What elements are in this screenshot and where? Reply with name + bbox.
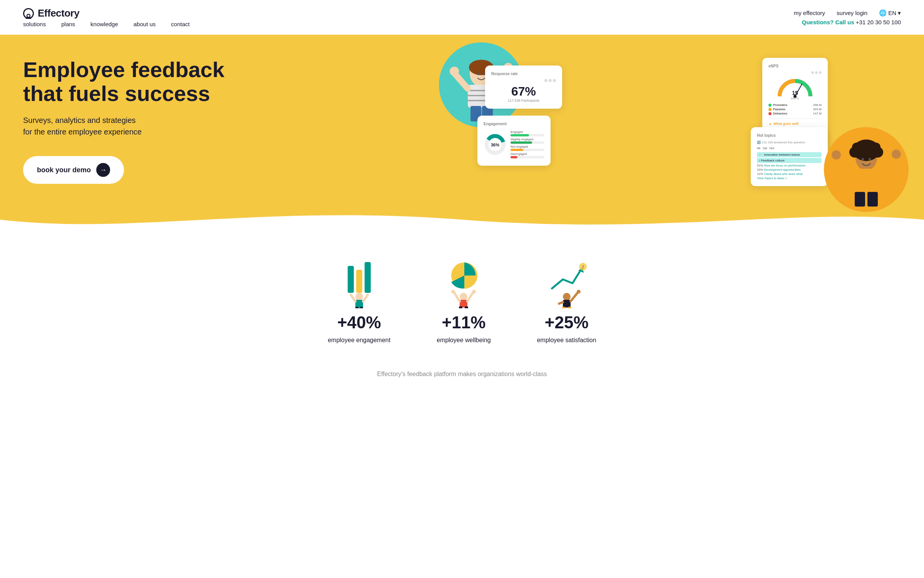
svg-line-31	[837, 157, 852, 174]
chevron-down-icon: ▾	[898, 10, 901, 17]
lang-label: EN	[888, 10, 896, 16]
svg-rect-30	[852, 169, 881, 194]
svg-point-65	[577, 290, 581, 294]
hot-topics-title: Hot topics	[757, 133, 822, 138]
enps-dot-3	[819, 71, 822, 74]
questions-call: Questions? Call us +31 20 30 50 100	[802, 19, 901, 25]
enps-gauge: 15 eNPS	[768, 77, 822, 100]
enps-dot-1	[811, 71, 814, 74]
card-dot-3	[553, 79, 556, 82]
response-rate-title: Response rate	[491, 72, 556, 76]
svg-point-55	[451, 290, 455, 294]
enps-title: eNPS	[768, 64, 822, 68]
svg-point-42	[355, 293, 363, 301]
hero-section: Employee feedback that fuels success Sur…	[0, 35, 924, 235]
topic-pct-3: 12% Clarity about who does what	[757, 172, 822, 176]
stat-number-engagement: +40%	[337, 313, 381, 332]
svg-text:15: 15	[792, 90, 798, 96]
main-nav: solutions plans knowledge about us conta…	[23, 21, 190, 27]
svg-point-0	[27, 14, 30, 17]
nav-contact[interactable]: contact	[171, 21, 189, 27]
svg-line-66	[559, 302, 563, 304]
svg-text:36%: 36%	[491, 143, 499, 147]
topic-item-1: ↔ Innovation between teams	[757, 152, 822, 157]
stat-illustration-wellbeing	[440, 258, 487, 308]
stat-number-wellbeing: +11%	[442, 313, 486, 332]
hero-title: Employee feedback that fuels success	[23, 58, 254, 105]
language-selector[interactable]: 🌐 EN ▾	[879, 9, 901, 17]
passives-dot	[768, 108, 772, 111]
stat-illustration-engagement	[336, 258, 382, 308]
hero-subtitle: Surveys, analytics and strategiesfor the…	[23, 114, 254, 138]
my-effectory-link[interactable]: my effectory	[794, 10, 825, 16]
svg-rect-38	[867, 192, 878, 207]
svg-point-35	[862, 158, 864, 160]
satisfaction-illustration: ↑	[544, 258, 590, 308]
nav-plans[interactable]: plans	[61, 21, 75, 27]
card-dot-2	[549, 79, 552, 82]
survey-login-link[interactable]: survey login	[837, 10, 867, 16]
detractors-value: 147 M	[813, 112, 822, 115]
stat-item-engagement: +40% employee engagement	[328, 258, 390, 344]
detractors-dot	[768, 112, 772, 115]
hero-content: Employee feedback that fuels success Sur…	[23, 58, 254, 184]
svg-line-46	[351, 295, 355, 301]
nav-about-us[interactable]: about us	[134, 21, 156, 27]
questions-label[interactable]: Questions? Call us	[802, 19, 854, 25]
svg-point-49	[460, 293, 467, 301]
site-header: Effectory solutions plans knowledge abou…	[0, 0, 924, 35]
topics-filter: AllSalNot	[757, 146, 822, 150]
person-illustration-2	[828, 131, 905, 208]
svg-rect-62	[562, 307, 566, 308]
promoters-value: 298 M	[813, 103, 822, 107]
bar-row-slightly: Slightly engaged	[511, 138, 544, 144]
logo-icon	[23, 8, 34, 19]
wellbeing-illustration	[440, 258, 487, 308]
svg-rect-37	[855, 192, 865, 207]
svg-point-29	[861, 140, 872, 151]
bar-row-engaged: Engaged	[511, 130, 544, 136]
stat-illustration-satisfaction: ↑	[544, 258, 590, 308]
topic-pct-2: 33% Development opportunities	[757, 168, 822, 171]
passives-label: Passives	[773, 108, 785, 111]
header-right: my effectory survey login 🌐 EN ▾ Questio…	[794, 9, 901, 25]
footer-tagline: Effectory's feedback platform makes orga…	[0, 359, 924, 389]
engagement-illustration	[336, 258, 382, 308]
hot-topics-card: Hot topics 🔢 131.156 answered this quest…	[751, 127, 828, 186]
svg-rect-52	[465, 306, 468, 308]
logo[interactable]: Effectory	[23, 7, 190, 19]
svg-rect-51	[459, 306, 462, 308]
card-dot-1	[544, 79, 547, 82]
svg-line-32	[881, 156, 895, 174]
svg-rect-41	[365, 262, 371, 293]
person-circle-2	[824, 127, 909, 212]
svg-rect-44	[355, 307, 358, 308]
svg-line-8	[454, 73, 468, 89]
svg-rect-61	[563, 300, 571, 307]
stats-section: +40% employee engagement	[0, 235, 924, 359]
svg-text:↑: ↑	[582, 264, 584, 270]
nav-knowledge[interactable]: knowledge	[90, 21, 118, 27]
topics-link[interactable]: View Topics & Ideas >	[757, 176, 822, 180]
svg-point-56	[472, 290, 476, 294]
stat-label-engagement: employee engagement	[328, 337, 390, 344]
svg-rect-1	[27, 17, 30, 18]
svg-point-28	[871, 143, 880, 152]
svg-line-47	[363, 295, 368, 301]
engagement-bars: Engaged Slightly engaged Not engaged Dis…	[511, 129, 544, 160]
nav-solutions[interactable]: solutions	[23, 21, 46, 27]
engagement-title: Engagement	[484, 122, 544, 126]
svg-rect-40	[356, 270, 362, 293]
enps-legend: Promoters 298 M Passives 303 M Detractor…	[768, 103, 822, 115]
detractors-label: Detractors	[773, 112, 787, 115]
promoters-label: Promoters	[773, 103, 787, 107]
topic-pct-1: 52% How we focus on performance	[757, 164, 822, 167]
enps-dot-2	[815, 71, 818, 74]
logo-text: Effectory	[38, 7, 79, 19]
header-top-links: my effectory survey login 🌐 EN ▾	[794, 9, 901, 17]
response-rate-value: 67%	[491, 84, 556, 99]
promoters-dot	[768, 104, 772, 107]
svg-point-12	[477, 73, 479, 75]
cta-button[interactable]: book your demo →	[23, 156, 124, 184]
svg-line-53	[454, 293, 460, 301]
